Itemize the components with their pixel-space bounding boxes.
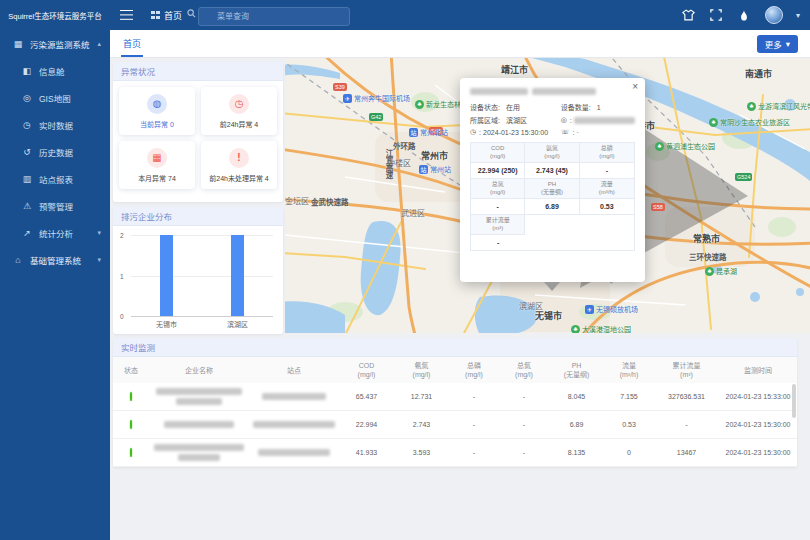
table-row[interactable]: 41.933 3.593 - - 8.135 0 13467 2024-01-2…: [113, 439, 797, 467]
breadcrumb[interactable]: 首页: [151, 9, 182, 22]
sidebar-item-alert-management[interactable]: ⚠ 预警管理: [0, 192, 110, 219]
status-dot-online: [130, 448, 132, 457]
sidebar-item-gis-map[interactable]: ◎ GIS地图: [0, 84, 110, 111]
station-name-redacted: [249, 421, 339, 428]
company-name-redacted: [149, 444, 249, 461]
home-system-icon: ⌂: [12, 255, 24, 265]
map-poi-park: ♣ 龙游湾滨江风光带: [747, 101, 810, 111]
gis-map[interactable]: S39 G42 S48 S38 G2 S58 G524 S19 靖江市 南通市 …: [285, 57, 810, 333]
y-tick: 2: [120, 232, 124, 239]
sidebar-item-statistics-analysis[interactable]: ↗ 统计分析 ▾: [0, 219, 110, 246]
status-dot-online: [130, 392, 132, 401]
exclamation-icon: !: [229, 148, 249, 168]
table-row[interactable]: 22.994 2.743 - - 6.89 0.53 - 2024-01-23 …: [113, 411, 797, 439]
chart-panel-title: 排污企业分布: [113, 207, 283, 226]
clock-icon: ◷: [21, 120, 33, 130]
search-input[interactable]: [198, 7, 350, 26]
tp-value: -: [580, 163, 634, 179]
popup-datetime: 2024-01-23 15:30:00: [483, 129, 548, 136]
station-name-redacted: [249, 393, 339, 400]
park-icon: ♣: [571, 325, 580, 334]
map-poi-airport: ✈ 常州奔牛国际机场: [343, 93, 410, 103]
map-poi-airport: ✈ 无锡硕放机场: [585, 304, 638, 314]
map-district-label: 滨湖区: [519, 300, 543, 311]
user-menu-chevron-down-icon[interactable]: ▾: [796, 11, 800, 20]
company-name-redacted: [149, 421, 249, 428]
enterprise-distribution-panel: 排污企业分布 2 1 0 无锡市 滨湖区: [113, 207, 283, 334]
table-row[interactable]: 65.437 12.731 - - 8.045 7.155 327636.531…: [113, 383, 797, 411]
apps-icon: ▦: [12, 39, 24, 49]
airport-icon: ✈: [585, 305, 594, 314]
compass-icon: ◎: [21, 93, 33, 103]
popup-title-redacted: [470, 88, 635, 95]
top-bar: Squirrel生态环境云服务平台 首页 ▾: [0, 0, 810, 30]
abnormal-panel-title: 异常状况: [113, 62, 283, 81]
train-station-icon: 站: [419, 165, 428, 174]
stat-card-unhandled-abnormal[interactable]: ! 前24h未处理异常 4: [201, 141, 277, 189]
map-city-label: 常熟市: [693, 232, 720, 245]
chevron-down-icon: ▾: [97, 256, 101, 264]
map-poi-park: ♣ 黄泗浦生态公园: [655, 141, 715, 151]
map-road-label: 江宜高速: [383, 149, 394, 179]
sidebar-item-info-cabin[interactable]: ◧ 信息舱: [0, 57, 110, 84]
calendar-icon: ▦: [147, 148, 167, 168]
map-poi-park: ♣ 新龙生态林: [415, 99, 461, 109]
stat-card-current-abnormal[interactable]: ◍ 当前异常 0: [119, 87, 195, 135]
fullscreen-icon[interactable]: [709, 8, 724, 23]
trend-icon: ↗: [21, 228, 33, 238]
sidebar-item-history-data[interactable]: ↺ 历史数据: [0, 138, 110, 165]
more-button[interactable]: 更多 ▾: [757, 35, 798, 53]
road-badge: S39: [333, 83, 347, 91]
cod-value: 22.994 (250): [471, 163, 525, 179]
sidebar-item-basic-management-system[interactable]: ⌂ 基础管理系统 ▾: [0, 246, 110, 273]
train-station-icon: 站: [409, 128, 418, 137]
map-district-label: 金坛区: [285, 195, 309, 206]
map-city-label: 靖江市: [501, 63, 528, 76]
table-scrollbar[interactable]: [792, 384, 796, 418]
total-flow-value: -: [471, 235, 525, 251]
map-road-label: 三环快速路: [689, 251, 727, 262]
hamburger-menu-icon[interactable]: [120, 10, 133, 21]
main-content: 异常状况 ◍ 当前异常 0 ◷ 前24h异常 4 ▦ 本月异常 74 ! 前24…: [110, 57, 810, 540]
user-avatar[interactable]: [765, 6, 783, 24]
device-info-popup: × 设备状态: 在用 设备数量: 1 所属区域: 滨湖区 ◎ :: [460, 78, 645, 282]
status-dot-online: [130, 420, 132, 429]
flow-value: 0.53: [580, 199, 634, 215]
sidebar-item-site-report[interactable]: ▥ 站点报表: [0, 165, 110, 192]
device-count-value: 1: [597, 104, 601, 111]
realtime-monitor-panel: 实时监测 状态 企业名称 站点 COD(mg/l) 氨氮(mg/l) 总磷(mg…: [113, 338, 797, 467]
popup-pointer: [544, 282, 560, 291]
road-badge: G524: [735, 173, 752, 181]
history-icon: ↺: [21, 147, 33, 157]
location-icon: ◎: [561, 116, 567, 124]
stat-card-month-abnormal[interactable]: ▦ 本月异常 74: [119, 141, 195, 189]
app-title: Squirrel生态环境云服务平台: [0, 0, 110, 30]
tab-home[interactable]: 首页: [123, 30, 141, 57]
home-grid-icon: [151, 11, 160, 20]
bar-binhu: [231, 235, 244, 316]
monitor-table-header: 状态 企业名称 站点 COD(mg/l) 氨氮(mg/l) 总磷(mg/l) 总…: [113, 357, 797, 383]
search-box: [182, 5, 350, 26]
monitor-panel-title: 实时监测: [113, 338, 797, 357]
dashboard-icon: ◧: [21, 66, 33, 76]
warning-icon: ⚠: [21, 201, 33, 211]
sidebar-item-realtime-data[interactable]: ◷ 实时数据: [0, 111, 110, 138]
theme-skin-icon[interactable]: [681, 8, 696, 23]
close-icon[interactable]: ×: [632, 81, 638, 92]
company-name-redacted: [149, 388, 249, 405]
sidebar-item-pollution-monitor-system[interactable]: ▦ 污染源监测系统 ▴: [0, 30, 110, 57]
airport-icon: ✈: [343, 94, 352, 103]
device-status-value: 在用: [506, 102, 520, 112]
ph-value: 6.89: [525, 199, 579, 215]
flame-icon[interactable]: [737, 8, 752, 23]
phone-value: ·: [576, 129, 578, 136]
clock-icon: ◷: [229, 94, 249, 114]
map-road-label: 金武快速路: [311, 196, 349, 207]
stat-card-last24h-abnormal[interactable]: ◷ 前24h异常 4: [201, 87, 277, 135]
map-district-label: 武进区: [401, 207, 425, 218]
park-icon: ♣: [747, 102, 756, 111]
address-redacted: [574, 117, 635, 124]
bar-chart: 2 1 0 无锡市 滨湖区: [131, 235, 273, 316]
map-city-label: 常州市: [421, 149, 448, 162]
park-icon: ♣: [705, 267, 714, 276]
